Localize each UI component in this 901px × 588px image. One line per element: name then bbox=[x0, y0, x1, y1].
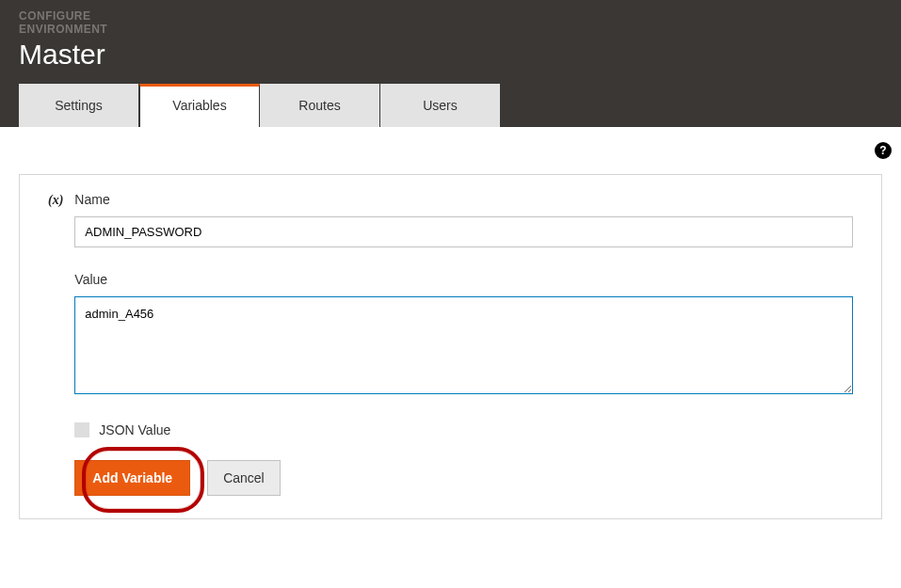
variable-form-panel: (x) Name Value <span></span> JSON Value … bbox=[19, 174, 882, 519]
value-label: Value bbox=[74, 272, 853, 287]
help-icon[interactable]: ? bbox=[875, 142, 892, 159]
page-header: CONFIGURE ENVIRONMENT Master Settings Va… bbox=[0, 0, 901, 127]
tab-variables[interactable]: Variables bbox=[139, 84, 260, 127]
tab-bar: Settings Variables Routes Users bbox=[19, 84, 882, 127]
add-variable-button[interactable]: Add Variable bbox=[74, 460, 190, 496]
configure-label-line2: ENVIRONMENT bbox=[19, 23, 882, 36]
variable-icon: (x) bbox=[48, 193, 63, 208]
configure-label-line1: CONFIGURE bbox=[19, 9, 882, 23]
tab-users[interactable]: Users bbox=[380, 84, 501, 127]
cancel-button[interactable]: Cancel bbox=[207, 460, 281, 496]
header-title-block: CONFIGURE ENVIRONMENT Master bbox=[19, 9, 882, 84]
name-input[interactable] bbox=[74, 216, 853, 247]
name-label: Name bbox=[74, 192, 853, 207]
value-textarea[interactable]: <span></span> bbox=[74, 296, 853, 394]
name-field-group: Name bbox=[74, 192, 853, 247]
button-row: Add Variable Cancel bbox=[74, 460, 853, 496]
value-field-group: Value <span></span> bbox=[74, 272, 853, 398]
environment-name: Master bbox=[19, 39, 882, 71]
json-value-checkbox[interactable] bbox=[74, 422, 89, 437]
content-area: ? (x) Name Value <span></span> JSON Valu… bbox=[0, 127, 901, 519]
json-checkbox-row: JSON Value bbox=[74, 422, 853, 437]
tab-settings[interactable]: Settings bbox=[19, 84, 139, 127]
tab-routes[interactable]: Routes bbox=[260, 84, 380, 127]
json-value-label: JSON Value bbox=[99, 422, 170, 437]
